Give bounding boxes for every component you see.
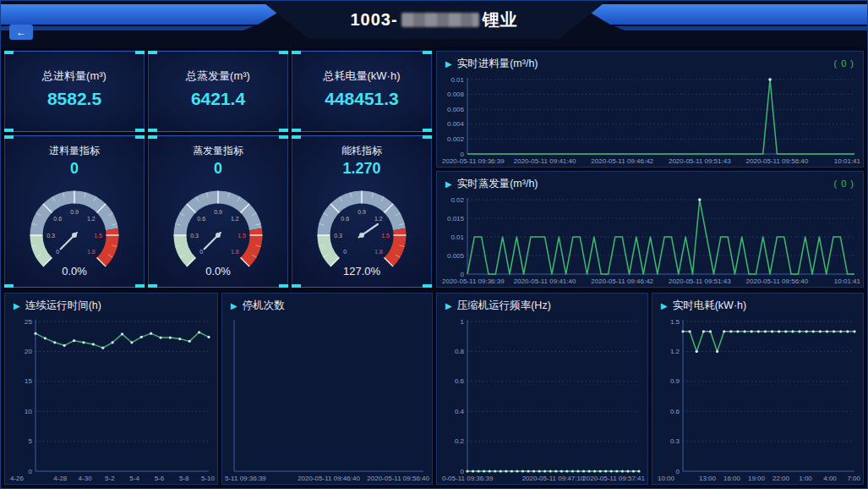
svg-text:0.015: 0.015: [447, 215, 465, 223]
svg-text:2020-05-11 09:51:43: 2020-05-11 09:51:43: [669, 277, 731, 285]
gauge-card-feed-index: 进料量指标 0 00.30.60.91.21.51.8 0.0%: [4, 135, 145, 288]
svg-text:0.4: 0.4: [455, 408, 465, 415]
chart-title: 实时电耗(kW·h): [673, 299, 747, 313]
svg-text:5-2: 5-2: [105, 475, 115, 482]
corner-tab: [292, 284, 301, 288]
svg-text:0.6: 0.6: [341, 216, 349, 222]
back-button[interactable]: ←: [9, 25, 33, 40]
svg-text:4-28: 4-28: [53, 475, 68, 482]
svg-text:1.2: 1.2: [374, 216, 383, 222]
svg-text:5-6: 5-6: [155, 475, 165, 482]
svg-text:0.6: 0.6: [670, 408, 680, 415]
bottom-charts-row: ▶ 连续运行时间(h) 25201510504-264-284-305-25-4…: [4, 293, 864, 485]
svg-text:1.5: 1.5: [94, 233, 102, 239]
kpi-value: 6421.4: [191, 89, 245, 109]
chart-header: ▶ 实时蒸发量(m³/h) ( 0 ): [437, 172, 863, 194]
gauge-percent: 0.0%: [153, 265, 283, 277]
corner-tab: [279, 135, 288, 139]
page-title-prefix: 1003-: [350, 10, 397, 30]
line-chart: 0.020.0150.010.00502020-05-11 09:36:3920…: [437, 194, 863, 287]
line-chart: 25201510504-264-284-305-25-45-65-85-10: [5, 316, 217, 484]
chart-title: 压缩机运行频率(Hz): [457, 299, 551, 313]
svg-text:1.8: 1.8: [374, 249, 383, 255]
svg-text:0.3: 0.3: [190, 233, 199, 239]
chart-header: ▶ 连续运行时间(h): [5, 294, 217, 316]
svg-text:4-30: 4-30: [79, 475, 93, 482]
corner-tab: [4, 51, 14, 54]
svg-text:0.3: 0.3: [334, 233, 342, 239]
line-chart: 0.010.0080.0060.0040.00202020-05-11 09:3…: [437, 74, 863, 167]
svg-text:2020-05-11 09:36:39: 2020-05-11 09:36:39: [442, 277, 505, 285]
chart-title: 实时蒸发量(m³/h): [457, 177, 538, 191]
chart-panel-realtime-power: ▶ 实时电耗(kW·h) 1.51.20.90.60.3010:0013:001…: [652, 293, 864, 485]
corner-tab: [148, 284, 157, 288]
svg-text:16:00: 16:00: [723, 475, 741, 482]
chart-title: 停机次数: [243, 299, 285, 313]
svg-text:22:00: 22:00: [772, 475, 790, 482]
header-right-decoration: [576, 4, 868, 25]
header-left-decoration: [0, 4, 292, 25]
svg-text:0.01: 0.01: [450, 234, 464, 241]
svg-text:0.004: 0.004: [447, 120, 465, 128]
header-left-stripe: [0, 26, 254, 30]
corner-tab: [279, 129, 288, 132]
svg-text:0.02: 0.02: [450, 196, 464, 204]
svg-text:0.006: 0.006: [447, 106, 465, 113]
line-chart: 5-11 09:36:392020-05-11 09:46:402020-05-…: [222, 316, 432, 484]
svg-text:2020-05-11 09:56:40: 2020-05-11 09:56:40: [746, 277, 809, 285]
corner-tab: [4, 129, 14, 132]
svg-text:0.6: 0.6: [197, 216, 205, 222]
triangle-icon: ▶: [445, 301, 452, 310]
redacted-text-block: [401, 13, 479, 27]
corner-tab: [423, 284, 432, 288]
chart-header: ▶ 实时电耗(kW·h): [652, 294, 863, 316]
svg-text:0: 0: [676, 468, 680, 475]
svg-text:0.9: 0.9: [670, 377, 680, 385]
corner-tab: [148, 51, 157, 54]
kpi-value: 448451.3: [325, 89, 399, 109]
svg-text:25: 25: [25, 318, 32, 326]
corner-tab: [279, 284, 288, 288]
svg-text:0.2: 0.2: [455, 437, 465, 445]
svg-text:0.9: 0.9: [70, 209, 79, 215]
triangle-icon: ▶: [445, 179, 452, 189]
svg-text:10: 10: [25, 408, 32, 415]
back-arrow-icon: ←: [16, 26, 26, 38]
svg-text:5-4: 5-4: [129, 475, 139, 482]
svg-text:1.8: 1.8: [87, 249, 96, 255]
corner-tab: [135, 284, 145, 288]
svg-text:2020-05-11 09:46:42: 2020-05-11 09:46:42: [591, 277, 653, 285]
triangle-icon: ▶: [231, 301, 237, 310]
svg-text:0: 0: [343, 249, 347, 255]
gauge-label: 进料量指标: [49, 144, 100, 158]
svg-text:1.5: 1.5: [381, 233, 390, 239]
gauge-dial: 00.30.60.91.21.51.8 0.0%: [9, 179, 139, 283]
corner-tab: [4, 135, 14, 139]
corner-tab: [423, 51, 432, 54]
triangle-icon: ▶: [661, 301, 668, 310]
svg-text:2020-05-11 09:41:40: 2020-05-11 09:41:40: [514, 277, 576, 285]
chart-header: ▶ 停机次数: [222, 294, 432, 316]
kpi-label: 总耗电量(kW·h): [324, 69, 401, 84]
corner-tab: [135, 51, 145, 54]
kpi-value: 8582.5: [47, 89, 101, 109]
svg-text:0.002: 0.002: [447, 135, 465, 143]
line-chart: 10.80.60.40.200-05-11 09:36:392020-05-11…: [437, 316, 647, 484]
triangle-icon: ▶: [14, 301, 20, 310]
gauge-label: 蒸发量指标: [193, 144, 243, 158]
svg-text:2020-05-11 09:57:41: 2020-05-11 09:57:41: [582, 475, 645, 482]
svg-text:1.5: 1.5: [670, 318, 680, 326]
corner-tab: [423, 129, 432, 132]
kpi-card-total-power: 总耗电量(kW·h) 448451.3: [292, 51, 432, 132]
corner-tab: [148, 129, 157, 132]
gauge-dial: 00.30.60.91.21.51.8 0.0%: [153, 179, 283, 283]
svg-text:5-10: 5-10: [201, 475, 216, 482]
svg-text:10:00: 10:00: [658, 475, 675, 482]
page-title-suffix: 锂业: [483, 8, 518, 31]
svg-text:5-8: 5-8: [179, 475, 189, 482]
svg-text:0.9: 0.9: [358, 209, 366, 215]
svg-text:2020-05-11 09:51:43: 2020-05-11 09:51:43: [669, 157, 731, 165]
gauge-card-energy-index: 能耗指标 1.270 00.30.60.91.21.51.8 127.0%: [292, 135, 432, 288]
chart-panel-evaporation-rate: ▶ 实时蒸发量(m³/h) ( 0 ) 0.020.0150.010.00502…: [436, 171, 864, 288]
svg-text:2020-05-11 09:41:40: 2020-05-11 09:41:40: [514, 157, 576, 165]
